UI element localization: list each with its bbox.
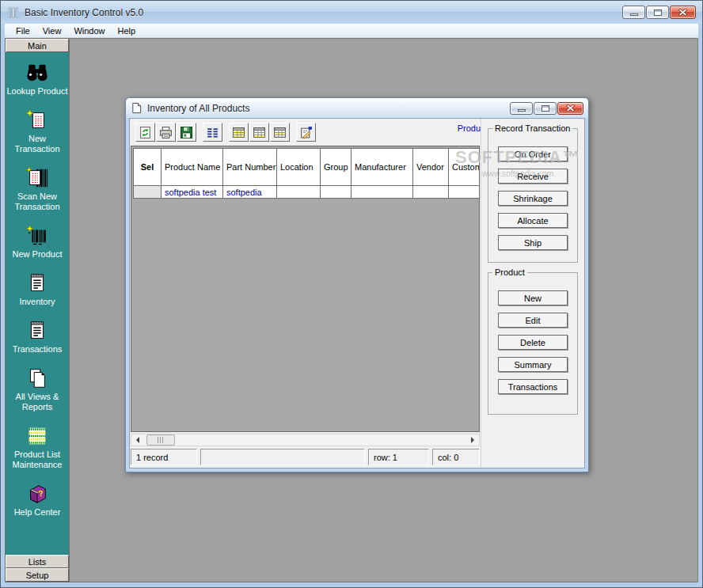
- striped-list-icon: [25, 424, 49, 448]
- horizontal-scrollbar[interactable]: [131, 434, 480, 446]
- allocate-button[interactable]: Allocate: [498, 213, 568, 228]
- notepad-icon: [25, 319, 49, 343]
- column-header-part-number[interactable]: Part Number: [223, 149, 277, 186]
- barcode-app-icon: [7, 6, 20, 19]
- scroll-right-arrow[interactable]: [466, 434, 479, 446]
- column-header-manufacturer[interactable]: Manufacturer: [352, 149, 413, 186]
- toolbar-button-list-view[interactable]: [203, 123, 222, 142]
- sidebar-item-label: Inventory: [6, 297, 69, 307]
- shrinkage-button[interactable]: Shrinkage: [498, 191, 568, 206]
- sidebar-item-lookup-product[interactable]: Lookup Product: [6, 61, 69, 97]
- column-header-customer[interactable]: Custom: [449, 149, 481, 186]
- receive-button[interactable]: Receive: [498, 169, 568, 184]
- cell-product-name[interactable]: softpedia test: [162, 186, 223, 199]
- save-icon: [180, 126, 193, 139]
- window-title: Basic Inventory Control v5.0: [25, 7, 143, 18]
- ship-button[interactable]: Ship: [498, 235, 568, 250]
- sidebar-item-label: Scan New Transaction: [6, 192, 69, 212]
- close-button[interactable]: [670, 6, 696, 19]
- inventory-window: Inventory of All Products: [125, 97, 589, 472]
- action-panel: Record Transaction On Order Receive Shri…: [481, 119, 584, 468]
- column-header-sel[interactable]: Sel: [134, 149, 162, 186]
- sidebar-tab-lists[interactable]: Lists: [6, 555, 69, 568]
- column-header-vendor[interactable]: Vendor: [413, 149, 449, 186]
- column-header-product-name[interactable]: Product Name: [162, 149, 223, 186]
- sidebar-item-label: Transactions: [6, 344, 69, 355]
- sidebar-item-label: All Views & Reports: [6, 392, 69, 412]
- column-header-group[interactable]: Group: [321, 149, 352, 186]
- table-row: softpedia test softpedia: [134, 186, 481, 199]
- status-row-indicator: row: 1: [368, 449, 429, 465]
- sidebar-item-new-transaction[interactable]: New Transaction: [6, 108, 69, 154]
- app-window: Basic Inventory Control v5.0 File View W…: [0, 0, 703, 588]
- child-close-button[interactable]: [557, 102, 583, 115]
- sidebar-item-label: Help Center: [6, 507, 69, 518]
- toolbar-button-print[interactable]: [156, 123, 176, 142]
- cell-group[interactable]: [321, 186, 352, 199]
- sidebar-item-help-center[interactable]: ? Help Center: [6, 482, 69, 518]
- minimize-icon: [518, 109, 526, 112]
- maximize-icon: [542, 105, 549, 112]
- cell-manufacturer[interactable]: [352, 186, 413, 199]
- menu-file[interactable]: File: [10, 25, 36, 36]
- menu-window[interactable]: Window: [67, 25, 111, 36]
- summary-button[interactable]: Summary: [498, 357, 568, 372]
- on-order-button[interactable]: On Order: [498, 146, 568, 161]
- sidebar-item-label: Product List Maintenance: [6, 450, 69, 470]
- sidebar-item-new-product[interactable]: New Product: [6, 224, 69, 260]
- sidebar-item-transactions[interactable]: Transactions: [6, 319, 69, 355]
- scroll-left-arrow[interactable]: [131, 434, 144, 446]
- sidebar-item-label: New Product: [6, 249, 69, 260]
- sidebar-items: Lookup Product New Transaction: [6, 52, 69, 555]
- close-icon: [566, 104, 575, 112]
- toolbar-button-save[interactable]: [177, 123, 196, 142]
- grid-highlight-icon: [232, 126, 245, 139]
- table-header-row: Sel Product Name Part Number Location Gr…: [134, 149, 481, 186]
- cell-location[interactable]: [277, 186, 321, 199]
- receipt-new-icon: [25, 108, 49, 132]
- product-link[interactable]: Produ: [458, 123, 481, 133]
- cell-vendor[interactable]: [413, 186, 449, 199]
- refresh-icon: [139, 126, 152, 139]
- sidebar-item-all-views-reports[interactable]: All Views & Reports: [6, 366, 69, 412]
- notepad-icon: [25, 271, 49, 295]
- cell-customer[interactable]: [449, 186, 481, 199]
- thumb-grip-icon: [158, 437, 165, 443]
- child-minimize-button[interactable]: [510, 102, 533, 115]
- product-group: Product New Edit Delete Summary Transact…: [488, 267, 578, 415]
- minimize-button[interactable]: [622, 6, 645, 19]
- menu-help[interactable]: Help: [112, 25, 142, 36]
- toolbar-button-properties[interactable]: [296, 123, 316, 142]
- close-icon: [678, 9, 687, 16]
- transactions-button[interactable]: Transactions: [498, 379, 568, 394]
- child-window-title: Inventory of All Products: [147, 103, 249, 114]
- toolbar-button-grid[interactable]: [249, 123, 269, 142]
- toolbar-button-grid-alt[interactable]: [270, 123, 290, 142]
- status-record-count: 1 record: [131, 449, 197, 465]
- child-titlebar[interactable]: Inventory of All Products: [126, 98, 588, 118]
- child-window-body: SOFTPEDIA™ www.softpedia.com: [129, 118, 585, 469]
- receipt-scan-icon: [25, 166, 49, 190]
- toolbar-button-refresh[interactable]: [135, 123, 155, 142]
- column-header-location[interactable]: Location: [277, 149, 321, 186]
- maximize-icon: [654, 9, 662, 16]
- toolbar-button-grid-highlight[interactable]: [229, 123, 249, 142]
- status-bar: 1 record row: 1 col: 0: [130, 448, 481, 468]
- sidebar-item-scan-new-transaction[interactable]: Scan New Transaction: [6, 166, 69, 212]
- cell-part-number[interactable]: softpedia: [223, 186, 277, 199]
- child-maximize-button[interactable]: [534, 102, 557, 115]
- sidebar-item-product-list-maintenance[interactable]: Product List Maintenance: [6, 424, 69, 470]
- sidebar-tab-setup[interactable]: Setup: [6, 568, 69, 582]
- sidebar: Main Lookup Product: [5, 38, 70, 582]
- menu-view[interactable]: View: [36, 25, 68, 36]
- edit-product-button[interactable]: Edit: [498, 313, 568, 328]
- row-selector-cell[interactable]: [134, 186, 162, 199]
- record-transaction-group: Record Transaction On Order Receive Shri…: [488, 123, 578, 263]
- maximize-button[interactable]: [646, 6, 669, 19]
- new-product-button[interactable]: New: [498, 290, 568, 305]
- properties-icon: [299, 126, 313, 139]
- sidebar-tab-main[interactable]: Main: [6, 39, 69, 52]
- scrollbar-thumb[interactable]: [146, 434, 175, 446]
- delete-product-button[interactable]: Delete: [498, 335, 568, 350]
- sidebar-item-inventory[interactable]: Inventory: [6, 271, 69, 307]
